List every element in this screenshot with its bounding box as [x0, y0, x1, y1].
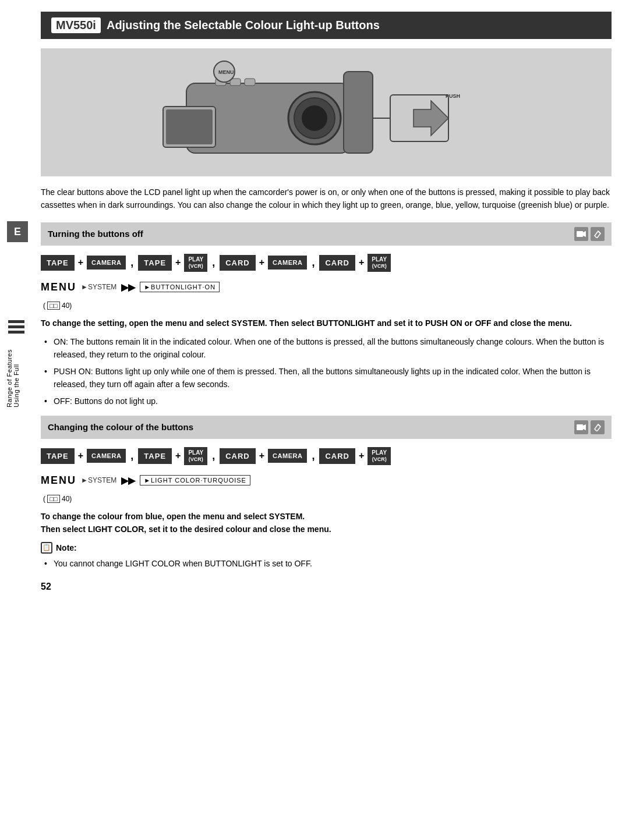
section2-button-combo: TAPE + CAMERA , TAPE + PLAY(VCR) , CARD … [41, 445, 612, 467]
btn-play-vcr-1: PLAY(VCR) [184, 254, 207, 272]
svg-marker-17 [583, 231, 586, 237]
main-content: MV550i Adjusting the Selectable Colour L… [35, 0, 629, 840]
btn-card-2: CARD [319, 255, 355, 271]
svg-rect-16 [577, 231, 583, 237]
section2-menu-row: MENU ►SYSTEM ▶▶ ►LIGHT COLOR·TURQUOISE [41, 474, 612, 487]
comma-6: , [312, 450, 314, 462]
btn-camera-1: CAMERA [87, 256, 126, 270]
plus-7: + [259, 451, 264, 461]
section1-body-bold: To change the setting, open the menu and… [41, 317, 612, 329]
menu-arrow-1: ►SYSTEM [81, 283, 116, 291]
svg-rect-9 [245, 79, 255, 86]
sidebar: E Range of Features Using the Full [0, 0, 35, 840]
svg-rect-2 [166, 109, 213, 144]
comma-4: , [130, 450, 133, 462]
description-text: The clear buttons above the LCD panel li… [41, 186, 612, 212]
sidebar-vertical-text: Range of Features Using the Full [6, 349, 20, 407]
svg-text:PUSH: PUSH [446, 93, 460, 99]
camcorder-icon [574, 227, 588, 241]
menu-page-ref-2: ( □□ 40) [43, 495, 612, 503]
svg-point-5 [302, 105, 327, 131]
pencil-icon [591, 227, 605, 241]
menu-sub-2: ►LIGHT COLOR·TURQUOISE [140, 475, 250, 485]
section2-title: Changing the colour of the buttons [48, 422, 193, 432]
btn-camera-3: CAMERA [87, 449, 126, 463]
svg-text:MENU: MENU [218, 69, 234, 75]
btn-camera-4: CAMERA [268, 449, 307, 463]
btn-card-3: CARD [220, 448, 256, 464]
btn-play-vcr-4: PLAY(VCR) [367, 447, 391, 465]
section1-icons [574, 227, 605, 241]
btn-tape-2: TAPE [138, 255, 172, 271]
menu-double-arrow-2: ▶▶ [121, 475, 135, 486]
page-number: 52 [41, 582, 612, 592]
plus-5: + [78, 451, 83, 461]
section1-header: Turning the buttons off [41, 222, 612, 246]
sidebar-lines [8, 320, 24, 334]
svg-line-21 [598, 424, 600, 427]
note-section: 📋 Note: You cannot change LIGHT COLOR wh… [41, 542, 612, 570]
bullet-item-3: OFF: Buttons do not light up. [44, 395, 612, 407]
section1-bullet-list: ON: The buttons remain lit in the indica… [41, 335, 612, 407]
comma-1: , [130, 257, 133, 269]
btn-camera-2: CAMERA [268, 256, 307, 270]
btn-tape-3: TAPE [41, 448, 75, 464]
plus-4: + [359, 257, 364, 268]
camcorder-icon-2 [574, 420, 588, 434]
plus-6: + [175, 451, 181, 461]
title-bar: MV550i Adjusting the Selectable Colour L… [41, 12, 612, 39]
comma-2: , [212, 257, 215, 269]
section1-menu-row: MENU ►SYSTEM ▶▶ ►BUTTONLIGHT·ON [41, 281, 612, 293]
section1-title: Turning the buttons off [48, 229, 143, 239]
note-icon: 📋 [41, 542, 52, 554]
plus-8: + [359, 451, 364, 461]
btn-play-vcr-2: PLAY(VCR) [367, 254, 391, 272]
sidebar-letter-e: E [7, 221, 28, 242]
btn-tape-4: TAPE [138, 448, 172, 464]
note-label: 📋 Note: [41, 542, 612, 554]
section1-button-combo: TAPE + CAMERA , TAPE + PLAY(VCR) , CARD … [41, 251, 612, 274]
bullet-item-2: PUSH ON: Buttons light up only while one… [44, 365, 612, 391]
menu-page-ref-1: ( □□ 40) [43, 302, 612, 310]
svg-rect-6 [344, 72, 373, 153]
menu-label-1: MENU [41, 281, 76, 293]
svg-rect-19 [577, 424, 583, 430]
title-text: Adjusting the Selectable Colour Light-up… [107, 19, 380, 32]
btn-tape-1: TAPE [41, 255, 75, 271]
camera-image-area: MENU PUSH [41, 48, 612, 176]
note-bullet-list: You cannot change LIGHT COLOR when BUTTO… [41, 557, 612, 570]
plus-2: + [175, 257, 181, 268]
menu-arrow-2: ►SYSTEM [81, 476, 116, 484]
section2-icons [574, 420, 605, 434]
comma-3: , [312, 257, 314, 269]
btn-play-vcr-3: PLAY(VCR) [184, 447, 207, 465]
menu-label-2: MENU [41, 474, 76, 487]
plus-1: + [78, 257, 83, 268]
svg-marker-20 [583, 424, 586, 430]
note-bullet-item: You cannot change LIGHT COLOR when BUTTO… [44, 557, 612, 570]
menu-sub-1: ►BUTTONLIGHT·ON [140, 282, 220, 292]
model-label: MV550i [51, 17, 101, 33]
section2-body-bold: To change the colour from blue, open the… [41, 510, 612, 536]
plus-3: + [259, 257, 264, 268]
section2-header: Changing the colour of the buttons [41, 416, 612, 439]
menu-double-arrow-1: ▶▶ [121, 282, 135, 293]
camera-illustration: MENU PUSH [41, 48, 612, 176]
svg-line-18 [598, 231, 600, 233]
bullet-item-1: ON: The buttons remain lit in the indica… [44, 335, 612, 361]
comma-5: , [212, 450, 215, 462]
btn-card-1: CARD [220, 255, 256, 271]
pencil-icon-2 [591, 420, 605, 434]
btn-card-4: CARD [319, 448, 355, 464]
